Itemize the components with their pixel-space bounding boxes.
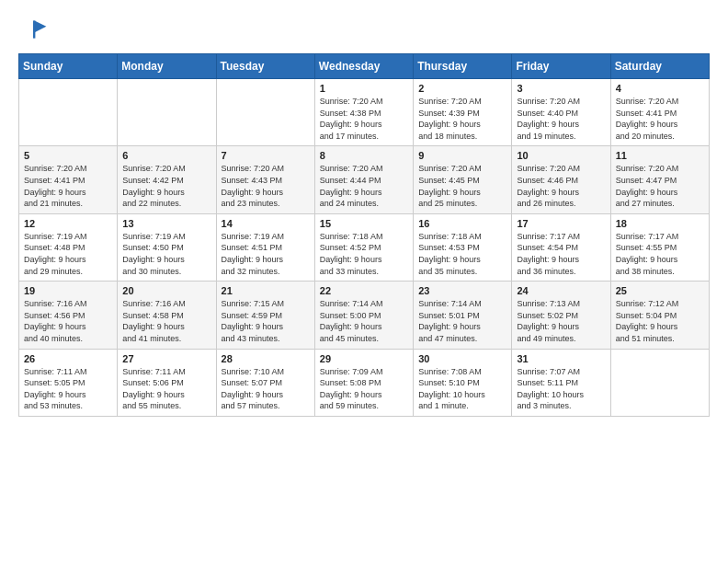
page: SundayMondayTuesdayWednesdayThursdayFrid… xyxy=(0,0,728,431)
day-info: Sunrise: 7:20 AM Sunset: 4:45 PM Dayligh… xyxy=(418,163,506,209)
day-of-week-header: Monday xyxy=(118,54,216,79)
calendar-day-cell: 3Sunrise: 7:20 AM Sunset: 4:40 PM Daylig… xyxy=(512,79,610,146)
calendar-day-cell: 20Sunrise: 7:16 AM Sunset: 4:58 PM Dayli… xyxy=(118,282,216,349)
day-number: 19 xyxy=(24,285,112,296)
calendar-day-cell: 26Sunrise: 7:11 AM Sunset: 5:05 PM Dayli… xyxy=(19,349,118,416)
day-of-week-header: Tuesday xyxy=(216,54,314,79)
calendar-week-row: 26Sunrise: 7:11 AM Sunset: 5:05 PM Dayli… xyxy=(19,349,710,416)
day-info: Sunrise: 7:20 AM Sunset: 4:43 PM Dayligh… xyxy=(222,163,310,209)
day-info: Sunrise: 7:20 AM Sunset: 4:38 PM Dayligh… xyxy=(320,96,408,142)
calendar-day-cell: 8Sunrise: 7:20 AM Sunset: 4:44 PM Daylig… xyxy=(314,146,413,213)
calendar-day-cell: 10Sunrise: 7:20 AM Sunset: 4:46 PM Dayli… xyxy=(512,146,610,213)
day-number: 21 xyxy=(222,285,310,296)
day-number: 28 xyxy=(222,353,310,364)
calendar-day-cell xyxy=(216,79,314,146)
calendar-day-cell: 14Sunrise: 7:19 AM Sunset: 4:51 PM Dayli… xyxy=(216,213,314,281)
calendar-day-cell: 1Sunrise: 7:20 AM Sunset: 4:38 PM Daylig… xyxy=(314,79,413,146)
calendar-week-row: 12Sunrise: 7:19 AM Sunset: 4:48 PM Dayli… xyxy=(19,213,710,281)
day-number: 9 xyxy=(418,150,506,161)
calendar-day-cell: 23Sunrise: 7:14 AM Sunset: 5:01 PM Dayli… xyxy=(414,282,512,349)
day-info: Sunrise: 7:14 AM Sunset: 5:01 PM Dayligh… xyxy=(418,298,506,344)
day-info: Sunrise: 7:18 AM Sunset: 4:53 PM Dayligh… xyxy=(418,231,506,277)
calendar-week-row: 5Sunrise: 7:20 AM Sunset: 4:41 PM Daylig… xyxy=(19,146,710,213)
day-info: Sunrise: 7:10 AM Sunset: 5:07 PM Dayligh… xyxy=(222,366,310,412)
calendar-day-cell: 19Sunrise: 7:16 AM Sunset: 4:56 PM Dayli… xyxy=(19,282,118,349)
day-number: 12 xyxy=(24,218,112,229)
day-number: 6 xyxy=(122,150,210,161)
calendar-day-cell: 27Sunrise: 7:11 AM Sunset: 5:06 PM Dayli… xyxy=(118,349,216,416)
day-number: 16 xyxy=(418,218,506,229)
day-info: Sunrise: 7:15 AM Sunset: 4:59 PM Dayligh… xyxy=(222,298,310,344)
day-number: 15 xyxy=(320,218,408,229)
day-number: 8 xyxy=(320,150,408,161)
day-info: Sunrise: 7:16 AM Sunset: 4:56 PM Dayligh… xyxy=(24,298,112,344)
day-info: Sunrise: 7:20 AM Sunset: 4:44 PM Dayligh… xyxy=(320,163,408,209)
calendar-day-cell: 6Sunrise: 7:20 AM Sunset: 4:42 PM Daylig… xyxy=(118,146,216,213)
day-info: Sunrise: 7:20 AM Sunset: 4:46 PM Dayligh… xyxy=(517,163,605,209)
day-info: Sunrise: 7:20 AM Sunset: 4:47 PM Dayligh… xyxy=(616,163,704,209)
calendar-day-cell: 7Sunrise: 7:20 AM Sunset: 4:43 PM Daylig… xyxy=(216,146,314,213)
day-number: 27 xyxy=(122,353,210,364)
day-number: 26 xyxy=(24,353,112,364)
day-info: Sunrise: 7:19 AM Sunset: 4:51 PM Dayligh… xyxy=(222,231,310,277)
day-number: 25 xyxy=(616,285,704,296)
day-number: 5 xyxy=(24,150,112,161)
day-number: 14 xyxy=(222,218,310,229)
calendar-day-cell: 12Sunrise: 7:19 AM Sunset: 4:48 PM Dayli… xyxy=(19,213,118,281)
calendar-day-cell: 11Sunrise: 7:20 AM Sunset: 4:47 PM Dayli… xyxy=(610,146,709,213)
day-info: Sunrise: 7:20 AM Sunset: 4:39 PM Dayligh… xyxy=(418,96,506,142)
calendar-day-cell: 28Sunrise: 7:10 AM Sunset: 5:07 PM Dayli… xyxy=(216,349,314,416)
day-number: 10 xyxy=(517,150,605,161)
day-info: Sunrise: 7:19 AM Sunset: 4:48 PM Dayligh… xyxy=(24,231,112,277)
day-number: 23 xyxy=(418,285,506,296)
calendar-week-row: 1Sunrise: 7:20 AM Sunset: 4:38 PM Daylig… xyxy=(19,79,710,146)
day-info: Sunrise: 7:20 AM Sunset: 4:41 PM Dayligh… xyxy=(616,96,704,142)
day-number: 18 xyxy=(616,218,704,229)
calendar-day-cell: 2Sunrise: 7:20 AM Sunset: 4:39 PM Daylig… xyxy=(414,79,512,146)
calendar-day-cell: 18Sunrise: 7:17 AM Sunset: 4:55 PM Dayli… xyxy=(610,213,709,281)
day-number: 7 xyxy=(222,150,310,161)
day-number: 24 xyxy=(517,285,605,296)
day-number: 1 xyxy=(320,83,408,94)
calendar-header-row: SundayMondayTuesdayWednesdayThursdayFrid… xyxy=(19,54,710,79)
day-info: Sunrise: 7:18 AM Sunset: 4:52 PM Dayligh… xyxy=(320,231,408,277)
calendar-day-cell: 4Sunrise: 7:20 AM Sunset: 4:41 PM Daylig… xyxy=(610,79,709,146)
day-of-week-header: Sunday xyxy=(19,54,118,79)
calendar-day-cell: 24Sunrise: 7:13 AM Sunset: 5:02 PM Dayli… xyxy=(512,282,610,349)
day-number: 29 xyxy=(320,353,408,364)
day-number: 2 xyxy=(418,83,506,94)
day-info: Sunrise: 7:11 AM Sunset: 5:06 PM Dayligh… xyxy=(122,366,210,412)
calendar-day-cell: 30Sunrise: 7:08 AM Sunset: 5:10 PM Dayli… xyxy=(414,349,512,416)
calendar-table: SundayMondayTuesdayWednesdayThursdayFrid… xyxy=(18,53,710,417)
day-info: Sunrise: 7:16 AM Sunset: 4:58 PM Dayligh… xyxy=(122,298,210,344)
day-number: 4 xyxy=(616,83,704,94)
day-number: 20 xyxy=(122,285,210,296)
calendar-day-cell xyxy=(118,79,216,146)
calendar-day-cell: 21Sunrise: 7:15 AM Sunset: 4:59 PM Dayli… xyxy=(216,282,314,349)
day-number: 11 xyxy=(616,150,704,161)
calendar-day-cell: 31Sunrise: 7:07 AM Sunset: 5:11 PM Dayli… xyxy=(512,349,610,416)
day-of-week-header: Saturday xyxy=(610,54,709,79)
day-info: Sunrise: 7:11 AM Sunset: 5:05 PM Dayligh… xyxy=(24,366,112,412)
day-info: Sunrise: 7:12 AM Sunset: 5:04 PM Dayligh… xyxy=(616,298,704,344)
calendar-day-cell: 29Sunrise: 7:09 AM Sunset: 5:08 PM Dayli… xyxy=(314,349,413,416)
calendar-week-row: 19Sunrise: 7:16 AM Sunset: 4:56 PM Dayli… xyxy=(19,282,710,349)
day-info: Sunrise: 7:14 AM Sunset: 5:00 PM Dayligh… xyxy=(320,298,408,344)
day-info: Sunrise: 7:07 AM Sunset: 5:11 PM Dayligh… xyxy=(517,366,605,412)
calendar-day-cell: 15Sunrise: 7:18 AM Sunset: 4:52 PM Dayli… xyxy=(314,213,413,281)
header xyxy=(18,15,710,44)
calendar-day-cell xyxy=(19,79,118,146)
day-of-week-header: Wednesday xyxy=(314,54,413,79)
svg-rect-2 xyxy=(33,20,35,38)
calendar-day-cell: 13Sunrise: 7:19 AM Sunset: 4:50 PM Dayli… xyxy=(118,213,216,281)
day-number: 17 xyxy=(517,218,605,229)
day-info: Sunrise: 7:20 AM Sunset: 4:40 PM Dayligh… xyxy=(517,96,605,142)
day-info: Sunrise: 7:13 AM Sunset: 5:02 PM Dayligh… xyxy=(517,298,605,344)
calendar-day-cell: 5Sunrise: 7:20 AM Sunset: 4:41 PM Daylig… xyxy=(19,146,118,213)
calendar-day-cell: 25Sunrise: 7:12 AM Sunset: 5:04 PM Dayli… xyxy=(610,282,709,349)
day-info: Sunrise: 7:09 AM Sunset: 5:08 PM Dayligh… xyxy=(320,366,408,412)
day-info: Sunrise: 7:20 AM Sunset: 4:41 PM Dayligh… xyxy=(24,163,112,209)
day-info: Sunrise: 7:19 AM Sunset: 4:50 PM Dayligh… xyxy=(122,231,210,277)
day-number: 22 xyxy=(320,285,408,296)
day-number: 3 xyxy=(517,83,605,94)
